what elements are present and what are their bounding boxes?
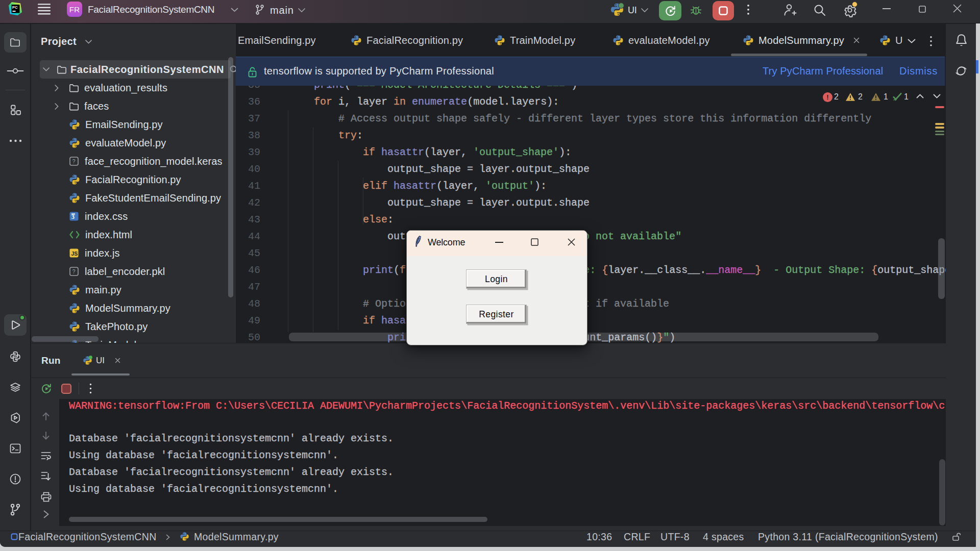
svg-text:PC: PC (12, 5, 18, 10)
svg-text:JS: JS (71, 251, 78, 257)
svg-text:?: ? (72, 158, 75, 164)
svg-text:?: ? (72, 268, 75, 274)
